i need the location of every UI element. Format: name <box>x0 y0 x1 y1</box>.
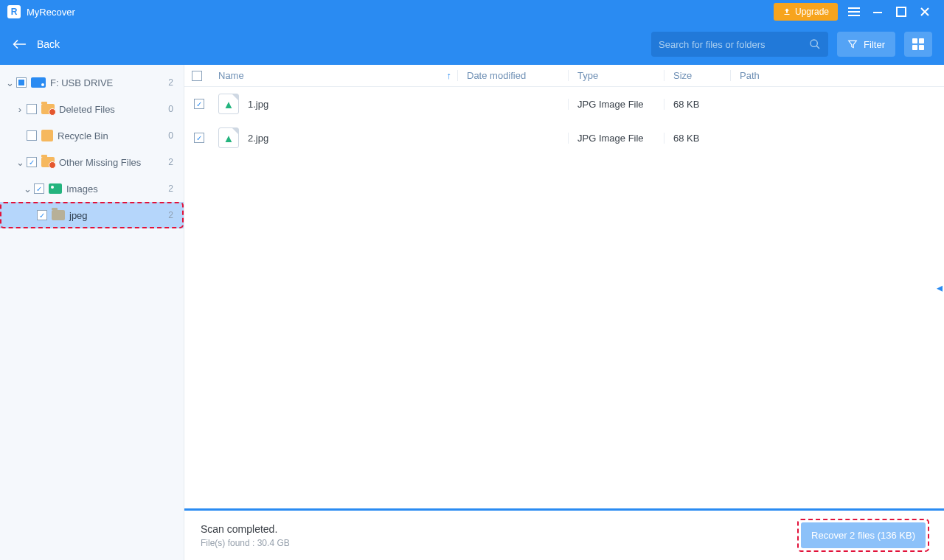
checkbox[interactable] <box>37 210 47 220</box>
panel-collapse-handle[interactable]: ◂ <box>935 279 944 296</box>
filter-label: Filter <box>864 39 885 50</box>
tree-drive[interactable]: ⌄ F: USB DRIVE 2 <box>0 69 184 96</box>
tree-label: Deleted Files <box>59 104 115 115</box>
app-title: MyRecover <box>27 7 75 18</box>
recover-label: Recover 2 files (136 KB) <box>811 530 915 541</box>
tree-count: 2 <box>168 183 176 194</box>
filter-button[interactable]: Filter <box>837 32 895 57</box>
svg-point-3 <box>811 40 817 46</box>
chevron-down-icon[interactable]: ⌄ <box>4 77 15 88</box>
tree-count: 2 <box>168 210 176 220</box>
checkbox[interactable] <box>194 99 204 109</box>
column-label: Size <box>673 70 692 81</box>
column-check <box>184 71 214 81</box>
folder-icon <box>41 104 55 114</box>
tree-label: Images <box>66 183 98 195</box>
file-type: JPG Image File <box>577 99 644 110</box>
recover-highlight: Recover 2 files (136 KB) <box>799 520 928 550</box>
sidebar: ⌄ F: USB DRIVE 2 › Deleted Files 0 › Rec… <box>0 65 184 560</box>
column-header-row: Name ↑ Date modified Type Size Path <box>184 65 944 87</box>
file-size: 68 KB <box>673 133 699 144</box>
image-file-icon: ▲ <box>218 94 239 114</box>
maximize-icon <box>896 7 906 17</box>
title-bar: R MyRecover Upgrade <box>0 0 944 24</box>
column-label: Name <box>218 70 244 81</box>
tree-deleted[interactable]: › Deleted Files 0 <box>0 96 184 122</box>
tree-count: 2 <box>168 77 176 88</box>
file-row[interactable]: ▲ 2.jpg JPG Image File 68 KB <box>184 121 944 155</box>
search-box[interactable] <box>651 32 828 57</box>
tree-recycle[interactable]: › Recycle Bin 0 <box>0 122 184 149</box>
menu-icon <box>848 7 860 16</box>
highlight-annotation <box>0 202 184 228</box>
grid-icon <box>912 38 924 50</box>
drive-icon <box>31 77 46 88</box>
file-list: ▲ 1.jpg JPG Image File 68 KB ▲ 2.jpg JPG… <box>184 87 944 508</box>
tree-label: F: USB DRIVE <box>50 77 113 88</box>
back-arrow-icon <box>12 38 27 50</box>
checkbox[interactable] <box>27 104 37 114</box>
file-type: JPG Image File <box>577 133 644 144</box>
scan-substatus: File(s) found : 30.4 GB <box>201 538 290 548</box>
menu-button[interactable] <box>842 0 866 24</box>
file-panel: Name ↑ Date modified Type Size Path ▲ 1.… <box>184 65 944 560</box>
tree-count: 0 <box>168 104 176 114</box>
column-path-header[interactable]: Path <box>730 70 944 81</box>
checkbox[interactable] <box>27 157 37 167</box>
checkbox[interactable] <box>27 130 37 141</box>
minimize-button[interactable] <box>866 0 889 24</box>
svg-rect-2 <box>897 7 906 16</box>
checkbox[interactable] <box>16 77 27 88</box>
chevron-right-icon[interactable]: › <box>15 104 25 115</box>
svg-rect-1 <box>873 12 882 13</box>
tree-label: Recycle Bin <box>58 130 108 141</box>
tree-missing[interactable]: ⌄ Other Missing Files 2 <box>0 149 184 175</box>
svg-rect-0 <box>784 14 789 15</box>
recover-button[interactable]: Recover 2 files (136 KB) <box>801 522 926 548</box>
upload-icon <box>782 7 791 16</box>
image-folder-icon <box>49 183 62 194</box>
close-button[interactable] <box>913 0 937 24</box>
file-name: 2.jpg <box>248 133 268 144</box>
search-input[interactable] <box>659 39 809 50</box>
recycle-bin-icon <box>41 130 53 141</box>
minimize-icon <box>872 7 883 17</box>
column-label: Date modified <box>467 70 526 81</box>
select-all-checkbox[interactable] <box>192 71 202 81</box>
checkbox[interactable] <box>34 183 44 194</box>
scan-status: Scan completed. <box>201 523 290 535</box>
chevron-down-icon[interactable]: ⌄ <box>22 183 32 195</box>
filter-icon <box>847 39 858 49</box>
column-label: Path <box>740 70 760 81</box>
grid-view-button[interactable] <box>904 32 932 57</box>
column-type-header[interactable]: Type <box>568 70 664 81</box>
column-date-header[interactable]: Date modified <box>457 70 568 81</box>
tree-jpeg[interactable]: jpeg 2 <box>0 202 184 228</box>
column-name-header[interactable]: Name ↑ <box>214 70 457 81</box>
tree-count: 0 <box>168 130 176 141</box>
image-file-icon: ▲ <box>218 127 239 148</box>
toolbar: Back Filter <box>0 24 944 65</box>
sort-asc-icon[interactable]: ↑ <box>447 70 452 81</box>
folder-icon <box>41 157 55 167</box>
file-name: 1.jpg <box>248 99 268 110</box>
tree-label: jpeg <box>69 210 88 221</box>
maximize-button[interactable] <box>889 0 913 24</box>
checkbox[interactable] <box>194 133 204 143</box>
back-button[interactable]: Back <box>12 38 60 50</box>
close-icon <box>920 7 930 17</box>
tree-count: 2 <box>168 157 176 167</box>
tree-images[interactable]: ⌄ Images 2 <box>0 175 184 202</box>
search-icon <box>809 38 821 50</box>
column-size-header[interactable]: Size <box>664 70 730 81</box>
upgrade-label: Upgrade <box>795 7 829 17</box>
upgrade-button[interactable]: Upgrade <box>774 3 838 21</box>
back-label: Back <box>37 38 60 50</box>
tree-label: Other Missing Files <box>59 157 141 168</box>
chevron-down-icon[interactable]: ⌄ <box>15 157 25 168</box>
folder-icon <box>52 210 65 220</box>
column-label: Type <box>577 70 598 81</box>
file-row[interactable]: ▲ 1.jpg JPG Image File 68 KB <box>184 87 944 121</box>
file-size: 68 KB <box>673 99 699 110</box>
footer: Scan completed. File(s) found : 30.4 GB … <box>184 508 944 560</box>
